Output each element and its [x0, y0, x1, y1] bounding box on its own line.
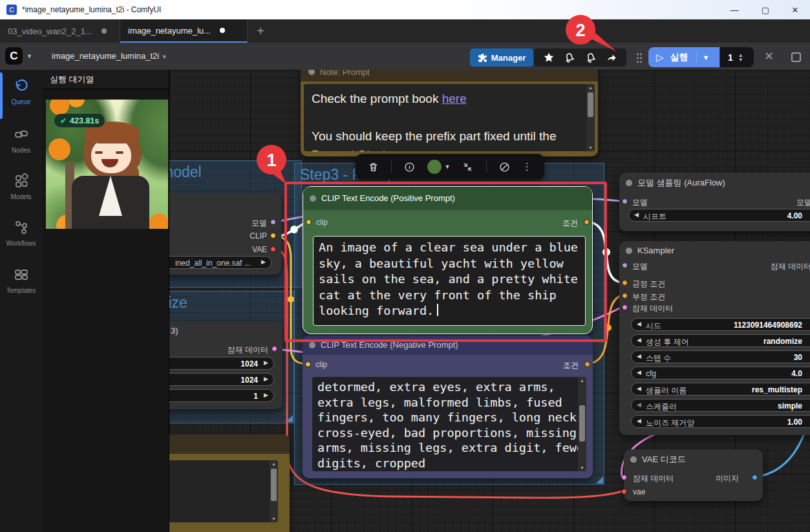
- control-after-generate-widget[interactable]: ◀ 생성 후 제어 randomize: [631, 334, 810, 347]
- collapse-dot[interactable]: [626, 248, 632, 254]
- toolbar-drag-handle[interactable]: [636, 52, 643, 63]
- note-text[interactable]: Check the prompt book here You should ke…: [304, 84, 595, 151]
- sidebar-item-nodes[interactable]: Nodes: [0, 127, 42, 154]
- queue-thumbnail[interactable]: ✔ 423.81s: [46, 100, 168, 229]
- prev-arrow-icon[interactable]: ◀: [634, 211, 639, 218]
- cancel-run-icon[interactable]: ✕: [764, 49, 774, 63]
- maximize-button[interactable]: ▢: [751, 0, 780, 19]
- decrement-icon[interactable]: ▼: [738, 58, 743, 62]
- minimize-button[interactable]: —: [719, 0, 749, 19]
- group-resize-handle[interactable]: [286, 415, 293, 422]
- more-options-icon[interactable]: ⋮: [522, 161, 532, 173]
- input-dot-latent[interactable]: [621, 474, 627, 480]
- scroll-up-icon[interactable]: ▲: [579, 378, 586, 383]
- input-dot-clip[interactable]: [306, 219, 312, 225]
- tab-image-netayume[interactable]: image_netayume_lu...: [120, 19, 248, 43]
- output-dot-cond[interactable]: [584, 219, 590, 225]
- negative-prompt-text[interactable]: detormed, extra eyes, extra arms, extra …: [312, 377, 586, 471]
- input-dot-vae[interactable]: [621, 489, 627, 495]
- output-dot-vae[interactable]: [270, 246, 276, 252]
- input-dot-clip[interactable]: [305, 361, 311, 367]
- note-text[interactable]: est at you can try -x1536: [169, 460, 278, 516]
- close-button[interactable]: ✕: [780, 0, 810, 19]
- output-dot-clip[interactable]: [270, 233, 276, 239]
- share-icon[interactable]: [606, 52, 617, 63]
- sampler-name-widget[interactable]: ◀ 샘플러 이름 res_multistep: [631, 383, 810, 396]
- collapse-dot[interactable]: [630, 456, 637, 463]
- input-dot-model[interactable]: [622, 262, 628, 268]
- scrollbar-thumb[interactable]: [588, 92, 593, 117]
- next-arrow-icon[interactable]: ▶: [264, 359, 268, 366]
- scroll-down-icon[interactable]: ▼: [271, 516, 277, 521]
- node-ksampler[interactable]: KSampler 모델 잠재 데이터 긍정 조건 부정 조건 잠재 데이터 ◀ …: [619, 241, 810, 435]
- prev-arrow-icon[interactable]: ◀: [637, 337, 641, 343]
- node-note-top[interactable]: Note: Prompt Check the prompt book here …: [301, 70, 598, 156]
- collapse-dot[interactable]: [308, 70, 315, 75]
- stop-icon[interactable]: [791, 52, 801, 62]
- scroll-down-icon[interactable]: ▼: [579, 465, 586, 470]
- star-icon[interactable]: [543, 52, 555, 63]
- denoise-widget[interactable]: ◀ 노이즈 제거양 1.00: [631, 415, 810, 428]
- tab-03-video-wan[interactable]: 03_video_wan2_2_1...: [0, 19, 120, 43]
- run-button[interactable]: ▷ 실행 ▼: [648, 47, 719, 67]
- scroll-up-icon[interactable]: ▲: [588, 85, 594, 90]
- positive-prompt-text[interactable]: An image of a clear sea under a blue sky…: [314, 237, 585, 323]
- scrollbar-thumb[interactable]: [271, 469, 277, 501]
- input-dot-positive[interactable]: [622, 280, 628, 286]
- scrollbar[interactable]: ▲ ▼: [578, 377, 586, 471]
- collapse-icon[interactable]: [462, 162, 473, 173]
- node-vae-decode[interactable]: VAE 디코드 잠재 데이터 이미지 vae: [624, 449, 763, 501]
- width-widget[interactable]: 1024 ▶: [169, 357, 274, 370]
- new-tab-button[interactable]: +: [248, 19, 273, 43]
- next-arrow-icon[interactable]: ▶: [264, 376, 268, 382]
- output-dot-latent[interactable]: [272, 346, 277, 352]
- sidebar-item-queue[interactable]: Queue: [0, 79, 42, 105]
- node-color-picker[interactable]: ▼: [427, 160, 450, 174]
- prev-arrow-icon[interactable]: ◀: [637, 385, 641, 392]
- chevron-down-icon[interactable]: ▼: [703, 54, 710, 61]
- input-dot-latent[interactable]: [622, 304, 628, 310]
- node-note-bottom[interactable]: est at you can try -x1536 ▲ ▼: [169, 434, 290, 532]
- comfyui-logo-menu[interactable]: C: [5, 47, 23, 65]
- scroll-down-icon[interactable]: ▼: [588, 145, 594, 150]
- height-widget[interactable]: 1024 ▶: [169, 373, 274, 386]
- wire-dot[interactable]: [605, 325, 612, 331]
- output-dot-image[interactable]: [752, 474, 758, 480]
- prev-arrow-icon[interactable]: ◀: [637, 401, 641, 408]
- scrollbar[interactable]: ▲ ▼: [586, 84, 595, 151]
- node-empty-latent[interactable]: 3) 잠재 데이터 1024 ▶ 1024 ▶ 1 ▶: [169, 321, 282, 409]
- cfg-widget[interactable]: ◀ cfg 4.0: [631, 367, 810, 379]
- workflow-name-dropdown[interactable]: image_netayume_lumina_t2i ▼: [52, 51, 167, 61]
- ckpt-name-widget[interactable]: ined_all_in_one.saf ... ▶: [169, 256, 272, 269]
- seed-widget[interactable]: ◀ 시드 1123091464908692: [631, 318, 810, 331]
- collapse-dot[interactable]: [309, 342, 315, 348]
- prev-arrow-icon[interactable]: ◀: [637, 353, 641, 359]
- node-model-sampling-auraflow[interactable]: 모델 샘플링 (AuraFlow) 모델 모델 ◀ 시프트 4.00: [619, 173, 810, 231]
- next-arrow-icon[interactable]: ▶: [264, 392, 268, 398]
- sidebar-item-templates[interactable]: Templates: [0, 267, 42, 294]
- node-clip-positive[interactable]: CLIP Text Encode (Positive Prompt) clip …: [303, 186, 593, 334]
- scrollbar-thumb[interactable]: [579, 405, 585, 442]
- next-arrow-icon[interactable]: ▶: [261, 259, 266, 265]
- info-icon[interactable]: [404, 162, 415, 173]
- input-dot-negative[interactable]: [622, 293, 628, 299]
- scroll-up-icon[interactable]: ▲: [271, 462, 277, 466]
- delete-icon[interactable]: [368, 162, 379, 173]
- shift-widget[interactable]: ◀ 시프트 4.00: [628, 209, 810, 222]
- node-graph-canvas[interactable]: model size Step3 - Prompt: [169, 70, 810, 532]
- bell-icon[interactable]: [562, 50, 577, 65]
- sidebar-item-workflows[interactable]: Workflows: [0, 220, 42, 247]
- prompt-book-link[interactable]: here: [442, 92, 467, 105]
- scrollbar[interactable]: ▲ ▼: [270, 460, 278, 522]
- batch-count-stepper[interactable]: 1 ▲ ▼: [720, 47, 754, 67]
- prev-arrow-icon[interactable]: ◀: [637, 321, 641, 327]
- manager-button[interactable]: Manager: [470, 48, 533, 67]
- output-dot-cond[interactable]: [584, 361, 590, 367]
- collapse-dot[interactable]: [310, 195, 316, 202]
- node-clip-negative[interactable]: CLIP Text Encode (Negative Prompt) clip …: [303, 335, 593, 478]
- input-dot-model[interactable]: [622, 198, 628, 204]
- prev-arrow-icon[interactable]: ◀: [637, 369, 641, 376]
- scheduler-widget[interactable]: ◀ 스케줄러 simple: [631, 399, 810, 412]
- steps-widget[interactable]: ◀ 스텝 수 30: [631, 350, 810, 363]
- prev-arrow-icon[interactable]: ◀: [637, 418, 641, 424]
